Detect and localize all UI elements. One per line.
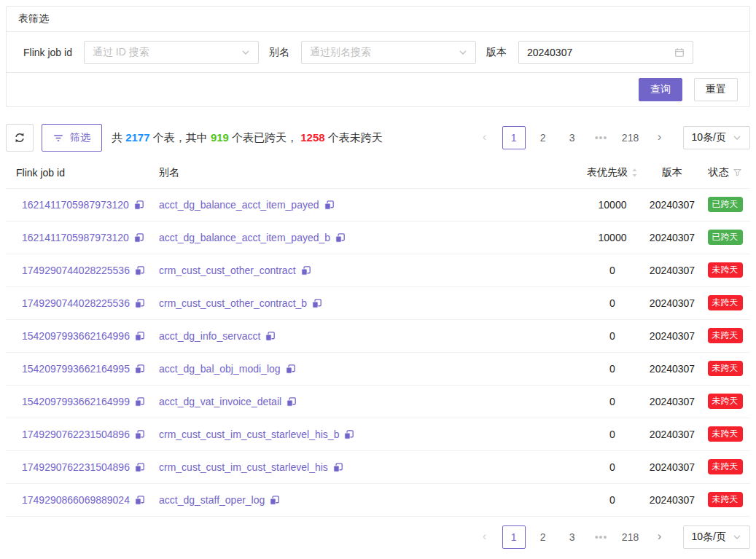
version-cell: 20240307 <box>644 352 700 385</box>
job-id-link[interactable]: 1749290866069889024 <box>22 494 130 506</box>
pagination-prev[interactable]: ‹ <box>473 525 496 549</box>
page-size-select[interactable]: 10条/页 <box>683 126 750 149</box>
pagination-next[interactable]: › <box>648 525 671 549</box>
alias-placeholder: 通过别名搜索 <box>310 46 453 59</box>
pagination-page-218[interactable]: 218 <box>619 525 642 549</box>
copy-icon[interactable] <box>335 233 345 243</box>
pagination-ellipsis[interactable]: ••• <box>590 525 613 549</box>
version-cell: 20240307 <box>644 188 700 221</box>
pagination-top: ‹123•••218›10条/页 <box>467 126 750 149</box>
priority-cell: 0 <box>580 450 644 483</box>
version-cell: 20240307 <box>644 319 700 352</box>
copy-icon[interactable] <box>135 332 144 341</box>
summary-uncrossed-count: 1258 <box>300 131 324 144</box>
page-size-select[interactable]: 10条/页 <box>683 525 750 549</box>
alias-link[interactable]: crm_cust_cust_other_contract <box>159 265 296 276</box>
chevron-down-icon <box>733 533 741 542</box>
chevron-down-icon <box>241 48 250 57</box>
job-id-link[interactable]: 1542097993662164996 <box>22 330 130 342</box>
alias-link[interactable]: acct_dg_balance_acct_item_payed <box>159 199 319 211</box>
copy-icon[interactable] <box>134 200 144 210</box>
column-header-label: 别名 <box>159 166 179 178</box>
table-row: 1542097993662164996 acct_dg_info_servacc… <box>6 319 750 352</box>
pagination-bottom: ‹123•••218›10条/页 <box>467 525 750 549</box>
pagination-ellipsis[interactable]: ••• <box>590 126 613 149</box>
version-date-picker[interactable]: 20240307 <box>518 41 693 64</box>
priority-cell: 10000 <box>580 221 644 254</box>
copy-icon[interactable] <box>265 332 275 341</box>
filter-funnel-icon[interactable] <box>733 168 742 177</box>
copy-icon[interactable] <box>135 397 144 407</box>
copy-icon[interactable] <box>333 463 343 472</box>
table-row: 1542097993662164999 acct_dg_vat_invoice_… <box>6 385 750 418</box>
copy-icon[interactable] <box>287 397 296 407</box>
priority-cell: 0 <box>580 352 644 385</box>
priority-cell: 0 <box>580 286 644 319</box>
copy-icon[interactable] <box>135 463 144 472</box>
pagination-page-2[interactable]: 2 <box>531 126 555 149</box>
version-cell: 20240307 <box>644 450 700 483</box>
query-button[interactable]: 查询 <box>639 78 682 101</box>
pagination-page-1[interactable]: 1 <box>502 525 526 549</box>
page-size-value: 10条/页 <box>692 531 726 544</box>
copy-icon[interactable] <box>301 266 311 275</box>
filter-form: Flink job id 通过 ID 搜索 别名 通过别名搜索 版本 20240… <box>7 32 749 73</box>
summary-text: 共 <box>112 131 125 144</box>
job-id-link[interactable]: 1621411705987973120 <box>22 232 129 243</box>
column-header-label: Flink job id <box>16 167 65 179</box>
column-header-label: 表优先级 <box>587 166 628 179</box>
job-id-link[interactable]: 1542097993662164995 <box>22 363 130 375</box>
copy-icon[interactable] <box>135 266 144 275</box>
priority-cell: 10000 <box>580 188 644 221</box>
flink-job-id-select[interactable]: 通过 ID 搜索 <box>84 41 259 64</box>
alias-label: 别名 <box>269 46 289 59</box>
filter-toggle-button[interactable]: 筛选 <box>42 124 102 152</box>
copy-icon[interactable] <box>286 364 295 374</box>
pagination-page-3[interactable]: 3 <box>561 525 584 549</box>
table-header-row: Flink job id 别名 表优先级 版本 <box>6 157 750 188</box>
alias-link[interactable]: acct_dg_vat_invoice_detail <box>159 396 281 407</box>
pagination-page-2[interactable]: 2 <box>531 525 555 549</box>
pagination-next[interactable]: › <box>648 126 671 149</box>
alias-link[interactable]: acct_dg_info_servacct <box>159 330 260 342</box>
table-row: 1749290762231504896 crm_cust_cust_im_cus… <box>6 418 750 450</box>
refresh-button[interactable] <box>6 124 34 152</box>
alias-link[interactable]: acct_dg_staff_oper_log <box>159 494 265 506</box>
version-value: 20240307 <box>527 47 669 58</box>
status-badge: 未跨天 <box>708 459 743 475</box>
pagination-page-1[interactable]: 1 <box>502 126 526 149</box>
copy-icon[interactable] <box>134 233 144 243</box>
copy-icon[interactable] <box>270 496 279 505</box>
copy-icon[interactable] <box>135 496 144 505</box>
alias-link[interactable]: crm_cust_cust_im_cust_starlevel_his_b <box>159 429 339 440</box>
sorter-icon[interactable] <box>631 168 638 178</box>
job-id-link[interactable]: 1749290762231504896 <box>22 429 130 440</box>
alias-link[interactable]: acct_dg_balance_acct_item_payed_b <box>159 232 330 243</box>
alias-link[interactable]: crm_cust_cust_other_contract_b <box>159 297 307 309</box>
alias-link[interactable]: acct_dg_bal_obj_modi_log <box>159 363 281 375</box>
copy-icon[interactable] <box>135 430 144 439</box>
status-badge: 未跨天 <box>708 394 743 410</box>
copy-icon[interactable] <box>135 364 144 374</box>
copy-icon[interactable] <box>135 299 144 308</box>
table-row: 1749290762231504896 crm_cust_cust_im_cus… <box>6 450 750 483</box>
table-summary: 共 2177 个表，其中 919 个表已跨天， 1258 个表未跨天 <box>112 131 383 145</box>
version-cell: 20240307 <box>644 418 700 450</box>
job-id-link[interactable]: 1749290744028225536 <box>22 297 130 309</box>
version-cell: 20240307 <box>644 254 700 286</box>
pagination-page-3[interactable]: 3 <box>561 126 584 149</box>
alias-select[interactable]: 通过别名搜索 <box>301 41 476 64</box>
pagination-page-218[interactable]: 218 <box>619 126 642 149</box>
job-id-link[interactable]: 1621411705987973120 <box>22 199 129 211</box>
copy-icon[interactable] <box>344 430 354 439</box>
pagination-prev[interactable]: ‹ <box>473 126 496 149</box>
job-id-link[interactable]: 1749290762231504896 <box>22 461 130 473</box>
job-id-link[interactable]: 1542097993662164999 <box>22 396 130 407</box>
copy-icon[interactable] <box>312 299 322 308</box>
job-id-link[interactable]: 1749290744028225536 <box>22 265 130 276</box>
summary-total-count: 2177 <box>125 131 149 144</box>
alias-link[interactable]: crm_cust_cust_im_cust_starlevel_his <box>159 461 328 473</box>
priority-cell: 0 <box>580 385 644 418</box>
copy-icon[interactable] <box>324 200 334 210</box>
reset-button[interactable]: 重置 <box>694 78 738 101</box>
